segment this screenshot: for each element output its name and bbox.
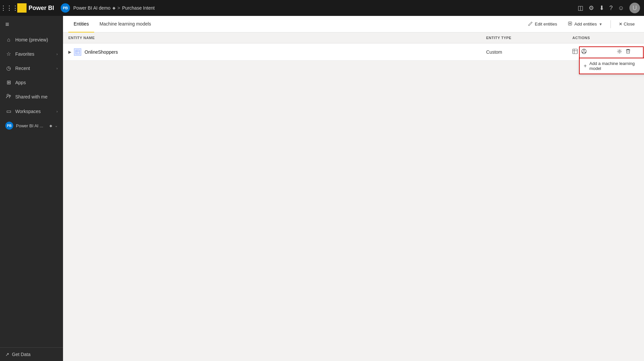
add-ml-model-dropdown[interactable]: + Add a machine learning model	[579, 58, 644, 74]
sidebar-menu-button[interactable]: ≡	[0, 16, 63, 33]
sidebar-item-workspaces[interactable]: ▭ Workspaces ›	[0, 104, 63, 118]
svg-rect-8	[76, 50, 80, 54]
user-avatar[interactable]: U	[629, 3, 640, 13]
download-icon[interactable]: ⬇	[599, 4, 604, 12]
logo-icon	[17, 3, 27, 13]
sidebar-item-label: Home (preview)	[15, 37, 58, 42]
edit-entities-label: Edit entities	[535, 22, 557, 27]
action-ml-container: + Add a machine learning model	[581, 48, 587, 56]
sidebar-item-apps[interactable]: ⊞ Apps	[0, 75, 63, 90]
ml-model-icon[interactable]	[581, 50, 587, 55]
close-label: Close	[624, 22, 635, 27]
dropdown-arrow-icon[interactable]: ▼	[599, 22, 603, 26]
powerbi-logo-svg	[19, 5, 25, 11]
tab-entities[interactable]: Entities	[68, 16, 94, 32]
monitor-icon[interactable]: ◫	[578, 4, 583, 12]
settings-icon[interactable]: ⚙	[589, 4, 594, 12]
waffle-button[interactable]: ⋮⋮⋮	[4, 3, 15, 13]
workspaces-icon: ▭	[5, 108, 12, 114]
sidebar: ≡ ⌂ Home (preview) ☆ Favorites › ◷ Recen…	[0, 16, 63, 361]
svg-line-18	[583, 50, 584, 52]
plus-icon: +	[584, 63, 587, 69]
workspace-name[interactable]: Power BI AI demo	[73, 5, 110, 11]
add-icon	[568, 21, 572, 27]
svg-point-15	[584, 49, 585, 50]
svg-rect-23	[627, 49, 629, 50]
add-ml-model-label: Add a machine learning model	[589, 61, 644, 71]
app-name: Power BI	[29, 5, 54, 12]
sidebar-item-label: Shared with me	[15, 94, 58, 99]
sidebar-item-label: Workspaces	[15, 109, 53, 114]
workspace-avatar: PB	[61, 3, 70, 13]
toolbar-actions: Edit entities Add entities ▼ ✕	[524, 19, 639, 29]
svg-point-3	[7, 94, 9, 96]
workspace-diamond-icon: ◆	[49, 124, 52, 128]
main-layout: ≡ ⌂ Home (preview) ☆ Favorites › ◷ Recen…	[0, 16, 644, 361]
breadcrumb-separator: >	[117, 5, 120, 11]
sidebar-get-data[interactable]: ↗ Get Data	[0, 348, 63, 361]
get-data-label: Get Data	[12, 352, 31, 357]
page-title: Purchase Intent	[122, 5, 155, 11]
recent-icon: ◷	[5, 65, 12, 71]
chevron-down-icon: ⌄	[55, 124, 58, 128]
home-icon: ⌂	[5, 37, 12, 43]
topbar-icons: ◫ ⚙ ⬇ ? ☺ U	[578, 3, 640, 13]
waffle-icon: ⋮⋮⋮	[0, 4, 18, 12]
col-header-entity-type: ENTITY TYPE	[486, 36, 572, 40]
svg-point-21	[619, 50, 620, 52]
smiley-icon[interactable]: ☺	[618, 5, 624, 12]
table-area: ENTITY NAME ENTITY TYPE ACTIONS ▶ Online…	[63, 32, 644, 361]
svg-rect-0	[19, 6, 21, 10]
add-entities-button[interactable]: Add entities ▼	[564, 19, 607, 29]
svg-point-17	[585, 52, 586, 53]
entity-actions-cell: + Add a machine learning model	[572, 48, 639, 56]
favorites-icon: ☆	[5, 51, 12, 57]
tab-ml-models[interactable]: Machine learning models	[94, 16, 157, 32]
chevron-right-icon: ›	[56, 66, 58, 70]
col-header-entity-name: ENTITY NAME	[68, 36, 486, 40]
workspace-diamond-icon: ◆	[112, 6, 115, 10]
sidebar-item-label: Apps	[15, 80, 58, 85]
add-entities-label: Add entities	[574, 22, 597, 27]
sidebar-item-favorites[interactable]: ☆ Favorites ›	[0, 47, 63, 61]
apps-icon: ⊞	[5, 79, 12, 86]
svg-rect-1	[21, 6, 23, 10]
sidebar-item-shared[interactable]: Shared with me	[0, 90, 63, 104]
expand-icon[interactable]: ▶	[68, 50, 71, 54]
workspace-item-label: Power BI AI ...	[16, 123, 47, 128]
content-area: Entities Machine learning models Edit en…	[63, 16, 644, 361]
entity-type-cell: Custom	[486, 49, 572, 55]
svg-point-16	[582, 52, 583, 53]
get-data-icon: ↗	[5, 352, 9, 357]
col-header-actions: ACTIONS	[572, 36, 639, 40]
close-icon: ✕	[619, 22, 622, 27]
shared-icon	[5, 93, 12, 100]
sidebar-item-label: Favorites	[15, 51, 53, 57]
delete-action-icon[interactable]	[625, 49, 631, 55]
content-toolbar: Entities Machine learning models Edit en…	[63, 16, 644, 32]
table-row: ▶ OnlineShoppers Custom	[63, 43, 644, 61]
workspace-avatar-small: PB	[5, 122, 13, 130]
help-icon[interactable]: ?	[610, 5, 613, 12]
entity-table-action-icon[interactable]	[572, 49, 578, 55]
settings-action-icon[interactable]	[617, 49, 622, 55]
chevron-right-icon: ›	[56, 109, 58, 113]
topbar: ⋮⋮⋮ Power BI PB Power BI AI demo ◆ > Pur…	[0, 0, 644, 16]
close-button[interactable]: ✕ Close	[615, 20, 639, 29]
svg-line-19	[584, 50, 585, 52]
app-logo: Power BI	[17, 3, 54, 13]
sidebar-item-label: Recent	[15, 66, 53, 71]
toolbar-divider	[611, 20, 611, 28]
svg-rect-11	[573, 49, 577, 54]
svg-rect-2	[23, 7, 25, 10]
entity-name-cell: OnlineShoppers	[85, 49, 486, 55]
edit-icon	[528, 21, 533, 27]
entity-table-icon	[74, 48, 81, 56]
sidebar-bottom: ↗ Get Data	[0, 347, 63, 361]
sidebar-item-recent[interactable]: ◷ Recent ›	[0, 61, 63, 75]
sidebar-item-home[interactable]: ⌂ Home (preview)	[0, 33, 63, 47]
edit-entities-button[interactable]: Edit entities	[524, 19, 561, 29]
chevron-right-icon: ›	[56, 52, 58, 56]
sidebar-workspace-item[interactable]: PB Power BI AI ... ◆ ⌄	[0, 118, 63, 133]
svg-point-4	[9, 95, 11, 96]
